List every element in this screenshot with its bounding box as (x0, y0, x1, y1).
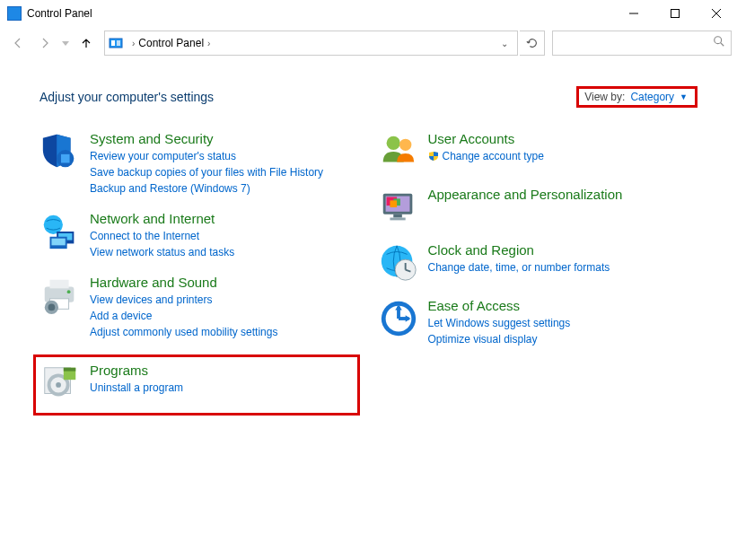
window-title: Control Panel (27, 7, 613, 20)
titlebar: Control Panel (0, 0, 737, 27)
svg-rect-34 (390, 200, 397, 207)
minimize-button[interactable] (613, 0, 654, 27)
control-panel-app-icon (7, 6, 22, 21)
link-change-account-type[interactable]: Change account type (428, 148, 698, 164)
category-title[interactable]: Appearance and Personalization (428, 187, 698, 202)
forward-button[interactable] (32, 31, 57, 56)
window-controls (613, 0, 737, 26)
address-bar[interactable]: › Control Panel › ⌄ (104, 31, 518, 56)
category-grid: System and Security Review your computer… (39, 131, 698, 430)
ease-of-access-icon (378, 298, 419, 339)
link-backup-restore[interactable]: Backup and Restore (Windows 7) (90, 180, 360, 197)
category-appearance-personalization: Appearance and Personalization (378, 187, 698, 228)
link-text: Change account type (443, 150, 544, 162)
svg-rect-35 (393, 214, 402, 218)
programs-icon (39, 363, 81, 404)
view-by-label: View by: (584, 91, 625, 103)
category-title[interactable]: Clock and Region (428, 242, 698, 258)
search-box[interactable] (552, 31, 732, 56)
chevron-right-icon[interactable]: › (207, 39, 210, 48)
category-clock-region: Clock and Region Change date, time, or n… (378, 242, 698, 284)
category-user-accounts: User Accounts Change account type (378, 131, 698, 172)
category-title[interactable]: Network and Internet (90, 211, 360, 226)
category-title[interactable]: Hardware and Sound (90, 275, 360, 290)
svg-rect-1 (671, 10, 680, 18)
category-title[interactable]: Ease of Access (428, 298, 698, 313)
appearance-icon (378, 187, 419, 228)
link-review-status[interactable]: Review your computer's status (90, 148, 360, 164)
left-column: System and Security Review your computer… (39, 131, 360, 430)
content-area: Adjust your computer's settings View by:… (0, 59, 737, 430)
caret-down-icon: ▼ (680, 92, 688, 101)
clock-globe-icon (378, 242, 419, 284)
link-devices-printers[interactable]: View devices and printers (90, 292, 360, 308)
header-row: Adjust your computer's settings View by:… (39, 86, 698, 108)
link-file-history[interactable]: Save backup copies of your files with Fi… (90, 164, 360, 180)
page-heading: Adjust your computer's settings (39, 90, 576, 104)
svg-rect-5 (111, 40, 115, 46)
up-button[interactable] (74, 31, 99, 56)
uac-shield-icon (428, 150, 439, 161)
category-title[interactable]: User Accounts (428, 131, 698, 146)
refresh-button[interactable] (520, 31, 545, 56)
svg-rect-10 (61, 154, 70, 163)
search-icon[interactable] (713, 35, 725, 51)
control-panel-icon (109, 36, 123, 50)
svg-rect-6 (117, 40, 120, 46)
svg-rect-15 (51, 239, 65, 246)
chevron-right-icon[interactable]: › (132, 39, 135, 48)
svg-line-8 (721, 43, 724, 47)
printer-icon (39, 275, 81, 316)
address-history-dropdown[interactable]: ⌄ (496, 39, 513, 48)
maximize-button[interactable] (654, 0, 696, 27)
link-change-date-time[interactable]: Change date, time, or number formats (428, 259, 698, 276)
close-button[interactable] (696, 0, 737, 27)
svg-point-7 (715, 37, 722, 44)
network-icon (39, 211, 81, 252)
back-button[interactable] (5, 31, 31, 56)
view-by-value: Category (630, 91, 674, 103)
svg-point-29 (399, 139, 410, 151)
svg-rect-36 (390, 218, 405, 221)
category-network-internet: Network and Internet Connect to the Inte… (39, 211, 360, 260)
category-system-security: System and Security Review your computer… (39, 131, 360, 197)
recent-locations-dropdown[interactable] (59, 31, 72, 56)
breadcrumb-root[interactable]: Control Panel (138, 37, 204, 49)
link-connect-internet[interactable]: Connect to the Internet (90, 228, 360, 244)
svg-point-11 (44, 215, 63, 234)
link-suggest-settings[interactable]: Let Windows suggest settings (428, 315, 698, 331)
search-input[interactable] (558, 37, 713, 49)
svg-rect-17 (50, 280, 69, 289)
shield-icon (39, 131, 81, 172)
svg-point-25 (56, 382, 61, 388)
user-accounts-icon (378, 131, 419, 172)
svg-point-21 (48, 304, 56, 311)
link-network-status[interactable]: View network status and tasks (90, 244, 360, 260)
svg-point-28 (386, 136, 399, 150)
navigation-bar: › Control Panel › ⌄ (0, 27, 737, 59)
link-add-device[interactable]: Add a device (90, 308, 360, 324)
link-uninstall-program[interactable]: Uninstall a program (90, 380, 350, 396)
category-title[interactable]: System and Security (90, 131, 360, 146)
category-ease-of-access: Ease of Access Let Windows suggest setti… (378, 298, 698, 347)
right-column: User Accounts Change account type Appear… (378, 131, 698, 430)
view-by-selector[interactable]: View by: Category ▼ (576, 86, 698, 108)
link-mobility-settings[interactable]: Adjust commonly used mobility settings (90, 324, 360, 340)
category-programs: Programs Uninstall a program (33, 354, 360, 416)
category-title[interactable]: Programs (90, 363, 350, 378)
svg-rect-27 (64, 368, 75, 372)
category-hardware-sound: Hardware and Sound View devices and prin… (39, 275, 360, 340)
svg-point-19 (67, 290, 71, 293)
link-optimize-display[interactable]: Optimize visual display (428, 331, 698, 347)
